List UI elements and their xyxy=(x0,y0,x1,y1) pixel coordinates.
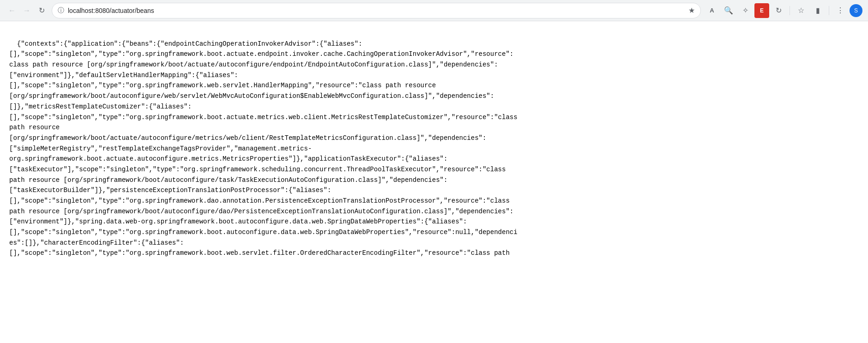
back-icon: ← xyxy=(8,6,16,15)
bookmark-star-button[interactable]: ✧ xyxy=(738,3,753,18)
bookmark-star-icon: ✧ xyxy=(742,6,748,15)
content-area: {"contexts":{"application":{"beans":{"en… xyxy=(0,21,868,343)
forward-icon: → xyxy=(23,6,30,15)
menu-button[interactable]: ⋮ xyxy=(833,3,848,18)
zoom-icon: 🔍 xyxy=(724,6,733,15)
sync-button[interactable]: ↻ xyxy=(771,3,786,18)
font-size-icon: A︁ xyxy=(710,7,714,14)
back-button[interactable]: ← xyxy=(6,4,18,17)
browser-chrome: ← → ↻ ⓘ localhost:8080/actuator/beans ★ … xyxy=(0,0,868,21)
nav-buttons: ← → ↻ xyxy=(6,4,48,17)
url-display: localhost:8080/actuator/beans xyxy=(68,7,685,14)
forward-button[interactable]: → xyxy=(20,4,33,17)
sync-icon: ↻ xyxy=(776,6,782,15)
save-phone-icon: ▮ xyxy=(816,6,820,15)
toolbar-icons: A︁ 🔍 ✧ E ↻ ☆ ▮ ⋮ S xyxy=(705,3,862,18)
menu-icon: ⋮ xyxy=(837,6,844,15)
address-bar[interactable]: ⓘ localhost:8080/actuator/beans ★ xyxy=(52,3,701,18)
reload-button[interactable]: ↻ xyxy=(35,4,48,17)
toolbar-divider xyxy=(790,6,790,15)
json-content: {"contexts":{"application":{"beans":{"en… xyxy=(9,40,518,257)
toolbar-divider-2 xyxy=(829,6,829,15)
extension-icon: E xyxy=(760,7,764,14)
zoom-button[interactable]: 🔍 xyxy=(721,3,736,18)
bookmark-icon: ☆ xyxy=(798,6,804,15)
profile-initial: S xyxy=(854,7,858,14)
info-icon[interactable]: ⓘ xyxy=(58,6,64,15)
bookmark-button[interactable]: ☆ xyxy=(794,3,808,18)
reload-icon: ↻ xyxy=(39,6,45,15)
star-icon[interactable]: ★ xyxy=(688,6,695,15)
profile-avatar[interactable]: S xyxy=(850,4,862,17)
extensions-button[interactable]: E xyxy=(754,3,769,18)
font-size-button[interactable]: A︁ xyxy=(705,3,719,18)
save-to-phone-button[interactable]: ▮ xyxy=(810,3,825,18)
